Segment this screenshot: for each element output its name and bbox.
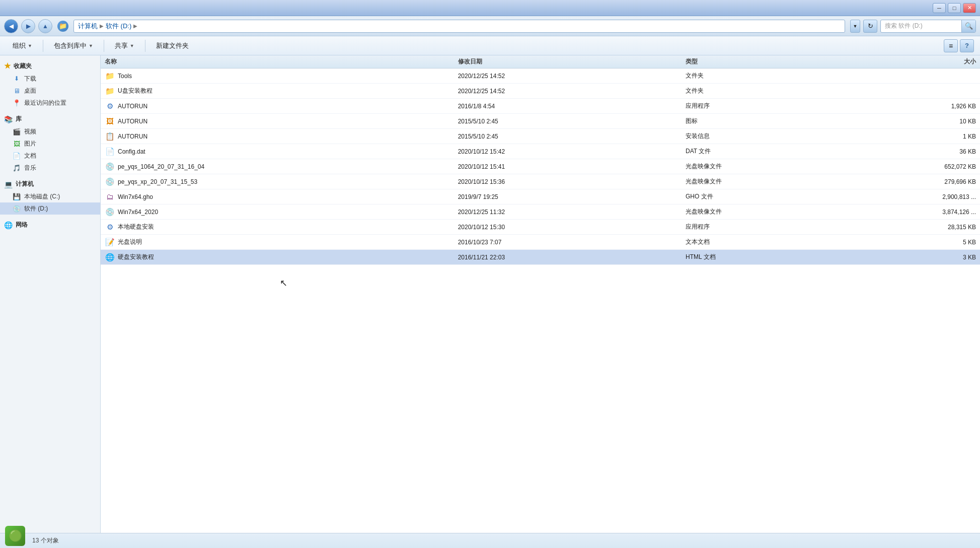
include-dropdown-icon: ▼ bbox=[89, 43, 93, 48]
close-button[interactable]: ✕ bbox=[963, 3, 976, 13]
file-date-cell: 2020/10/12 15:41 bbox=[454, 163, 682, 170]
picture-icon: 🖼 bbox=[12, 139, 21, 148]
music-label: 音乐 bbox=[24, 164, 36, 172]
breadcrumb-bar[interactable]: 计算机 ▶ 软件 (D:) ▶ bbox=[73, 20, 845, 33]
forward-button[interactable]: ▶ bbox=[21, 19, 35, 33]
file-type-cell: 文件夹 bbox=[682, 87, 847, 95]
sidebar-item-document[interactable]: 📄 文档 bbox=[0, 150, 100, 162]
sidebar-item-download[interactable]: ⬇ 下载 bbox=[0, 73, 100, 85]
sidebar-library-header[interactable]: 📚 库 bbox=[0, 113, 100, 125]
file-name-cell: 📋 AUTORUN bbox=[101, 131, 454, 142]
file-size-cell: 10 KB bbox=[847, 118, 980, 125]
col-size-header[interactable]: 大小 bbox=[847, 57, 980, 66]
download-icon: ⬇ bbox=[12, 74, 21, 83]
sidebar-computer-header[interactable]: 💻 计算机 bbox=[0, 178, 100, 190]
organize-label: 组织 bbox=[13, 41, 26, 50]
table-row[interactable]: 📄 Config.dat 2020/10/12 15:42 DAT 文件 36 … bbox=[101, 144, 980, 159]
file-type-cell: 应用程序 bbox=[682, 102, 847, 110]
table-row[interactable]: 📁 U盘安装教程 2020/12/25 14:52 文件夹 bbox=[101, 84, 980, 99]
share-dropdown-icon: ▼ bbox=[130, 43, 134, 48]
file-date-cell: 2020/10/12 15:42 bbox=[454, 148, 682, 155]
table-row[interactable]: 💿 pe_yqs_xp_20_07_31_15_53 2020/10/12 15… bbox=[101, 174, 980, 189]
organize-button[interactable]: 组织 ▼ bbox=[6, 39, 39, 53]
table-row[interactable]: 🗂 Win7x64.gho 2019/9/7 19:25 GHO 文件 2,90… bbox=[101, 189, 980, 204]
sidebar: ★ 收藏夹 ⬇ 下载 🖥 桌面 📍 最近访问的位置 bbox=[0, 55, 101, 533]
sidebar-item-picture[interactable]: 🖼 图片 bbox=[0, 138, 100, 150]
file-icon: 📁 bbox=[105, 86, 115, 96]
download-label: 下载 bbox=[24, 75, 36, 83]
library-label: 库 bbox=[16, 115, 22, 123]
file-name-cell: 🗂 Win7x64.gho bbox=[101, 192, 454, 202]
file-name-text: Config.dat bbox=[118, 148, 145, 155]
video-label: 视频 bbox=[24, 127, 36, 136]
titlebar-buttons: ─ □ ✕ bbox=[933, 3, 976, 13]
view-button[interactable]: ≡ bbox=[944, 39, 958, 52]
recent-label: 最近访问的位置 bbox=[24, 99, 66, 107]
file-icon: 📁 bbox=[105, 71, 115, 81]
table-row[interactable]: 🌐 硬盘安装教程 2016/11/21 22:03 HTML 文档 3 KB bbox=[101, 250, 980, 265]
breadcrumb-computer[interactable]: 计算机 bbox=[78, 22, 98, 31]
col-date-header[interactable]: 修改日期 bbox=[454, 57, 682, 66]
table-row[interactable]: ⚙ 本地硬盘安装 2020/10/12 15:30 应用程序 28,315 KB bbox=[101, 220, 980, 235]
include-button[interactable]: 包含到库中 ▼ bbox=[47, 39, 100, 53]
file-name-cell: ⚙ AUTORUN bbox=[101, 101, 454, 111]
file-date-cell: 2016/11/21 22:03 bbox=[454, 254, 682, 261]
sidebar-item-recent[interactable]: 📍 最近访问的位置 bbox=[0, 97, 100, 109]
music-icon: 🎵 bbox=[12, 163, 21, 172]
share-button[interactable]: 共享 ▼ bbox=[108, 39, 141, 53]
table-row[interactable]: 📋 AUTORUN 2015/5/10 2:45 安装信息 1 KB bbox=[101, 129, 980, 144]
table-row[interactable]: 📁 Tools 2020/12/25 14:52 文件夹 bbox=[101, 68, 980, 84]
file-date-cell: 2020/12/25 11:32 bbox=[454, 209, 682, 216]
addressbar: ◀ ▶ ▲ 📁 计算机 ▶ 软件 (D:) ▶ ▼ ↻ 搜索 软件 (D:) 🔍 bbox=[0, 16, 980, 36]
main-area: ★ 收藏夹 ⬇ 下载 🖥 桌面 📍 最近访问的位置 bbox=[0, 55, 980, 533]
file-size-cell: 36 KB bbox=[847, 148, 980, 155]
col-type-header[interactable]: 类型 bbox=[682, 57, 847, 66]
refresh-button[interactable]: ↻ bbox=[863, 20, 877, 33]
table-row[interactable]: ⚙ AUTORUN 2016/1/8 4:54 应用程序 1,926 KB bbox=[101, 99, 980, 114]
sidebar-item-desktop[interactable]: 🖥 桌面 bbox=[0, 85, 100, 97]
file-date-cell: 2020/10/12 15:36 bbox=[454, 178, 682, 185]
titlebar: ─ □ ✕ bbox=[0, 0, 980, 16]
search-button[interactable]: 🔍 bbox=[961, 20, 975, 32]
up-button[interactable]: ▲ bbox=[38, 19, 52, 33]
dropdown-btn[interactable]: ▼ bbox=[850, 20, 860, 33]
sidebar-section-library: 📚 库 🎬 视频 🖼 图片 📄 文档 🎵 音乐 bbox=[0, 113, 100, 174]
new-folder-label: 新建文件夹 bbox=[156, 41, 189, 50]
file-icon: 💿 bbox=[105, 162, 115, 172]
table-row[interactable]: 🖼 AUTORUN 2015/5/10 2:45 图标 10 KB bbox=[101, 114, 980, 129]
breadcrumb-arrow-1: ▶ bbox=[100, 23, 104, 29]
file-type-cell: 安装信息 bbox=[682, 132, 847, 141]
sidebar-item-drive-c[interactable]: 💾 本地磁盘 (C:) bbox=[0, 190, 100, 202]
col-name-header[interactable]: 名称 bbox=[101, 57, 454, 66]
file-name-cell: 🖼 AUTORUN bbox=[101, 116, 454, 126]
file-size-cell: 1 KB bbox=[847, 133, 980, 140]
search-container: 搜索 软件 (D:) 🔍 bbox=[880, 20, 976, 33]
table-row[interactable]: 💿 pe_yqs_1064_20_07_31_16_04 2020/10/12 … bbox=[101, 159, 980, 174]
sidebar-network-header[interactable]: 🌐 网络 bbox=[0, 219, 100, 231]
file-name-cell: 💿 pe_yqs_1064_20_07_31_16_04 bbox=[101, 162, 454, 172]
network-icon: 🌐 bbox=[4, 221, 13, 229]
file-type-cell: DAT 文件 bbox=[682, 147, 847, 156]
file-size-cell: 28,315 KB bbox=[847, 224, 980, 231]
breadcrumb-drive[interactable]: 软件 (D:) bbox=[106, 22, 131, 31]
search-input[interactable]: 搜索 软件 (D:) bbox=[881, 22, 961, 30]
sidebar-item-video[interactable]: 🎬 视频 bbox=[0, 125, 100, 138]
sidebar-favorites-header[interactable]: ★ 收藏夹 bbox=[0, 59, 100, 73]
file-name-cell: 💿 pe_yqs_xp_20_07_31_15_53 bbox=[101, 177, 454, 187]
new-folder-button[interactable]: 新建文件夹 bbox=[149, 39, 195, 53]
minimize-button[interactable]: ─ bbox=[933, 3, 946, 13]
sidebar-item-drive-d[interactable]: 💿 软件 (D:) bbox=[0, 202, 100, 215]
table-row[interactable]: 📝 光盘说明 2016/10/23 7:07 文本文档 5 KB bbox=[101, 235, 980, 250]
computer-label: 计算机 bbox=[16, 180, 34, 188]
back-button[interactable]: ◀ bbox=[4, 19, 18, 33]
help-button[interactable]: ? bbox=[960, 39, 974, 52]
document-label: 文档 bbox=[24, 152, 36, 160]
file-name-text: AUTORUN bbox=[118, 118, 147, 125]
sidebar-section-network: 🌐 网络 bbox=[0, 219, 100, 231]
sidebar-item-music[interactable]: 🎵 音乐 bbox=[0, 162, 100, 174]
file-type-cell: 光盘映像文件 bbox=[682, 208, 847, 216]
table-row[interactable]: 💿 Win7x64_2020 2020/12/25 11:32 光盘映像文件 3… bbox=[101, 204, 980, 220]
share-label: 共享 bbox=[115, 41, 128, 50]
maximize-button[interactable]: □ bbox=[948, 3, 961, 13]
file-type-cell: 光盘映像文件 bbox=[682, 162, 847, 171]
